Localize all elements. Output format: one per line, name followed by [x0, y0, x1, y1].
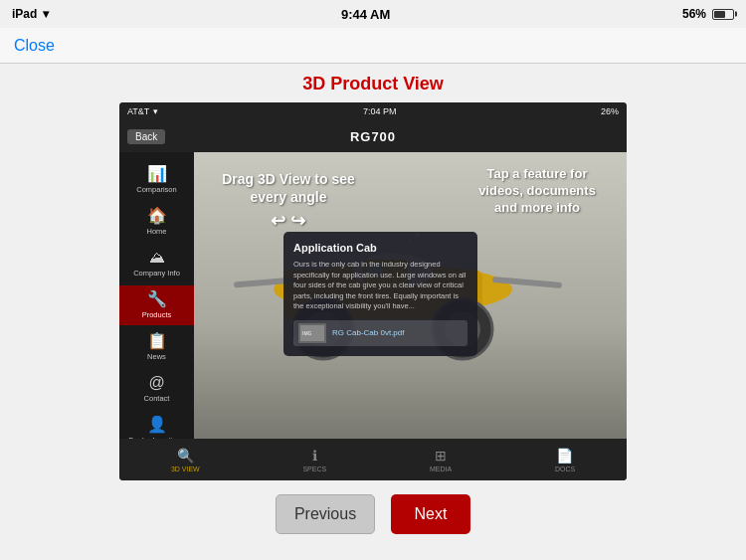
home-icon: 🏠	[147, 208, 167, 224]
inner-status-bar: AT&T ▾ 7:04 PM 26%	[119, 102, 627, 120]
status-bar: iPad ▾ 9:44 AM 56%	[0, 0, 746, 28]
battery-pct: 56%	[682, 7, 706, 21]
contact-icon: @	[148, 375, 164, 391]
products-icon: 🔧	[147, 291, 167, 307]
next-button[interactable]: Next	[391, 494, 470, 534]
tab-specs[interactable]: ℹ SPECS	[292, 444, 336, 476]
inner-sidebar: 📊 Comparison 🏠 Home ⛰ Company Info 🔧 Pro…	[119, 152, 194, 439]
sidebar-item-contact[interactable]: @ Contact	[119, 369, 194, 409]
inner-app-title: RG700	[350, 129, 396, 144]
svg-text:IMG: IMG	[302, 330, 312, 336]
inner-carrier: AT&T	[127, 106, 149, 116]
sidebar-label-home: Home	[146, 227, 166, 236]
page-title: 3D Product View	[0, 64, 746, 102]
inner-app-bar: Back RG700	[119, 120, 627, 152]
sidebar-item-comparison[interactable]: 📊 Comparison	[119, 160, 194, 200]
inner-content: Drag 3D View to see every angle ↩ ↪ Tap …	[194, 152, 627, 439]
status-right: 56%	[682, 7, 734, 21]
screenshot-container: AT&T ▾ 7:04 PM 26% Back RG700 📊 Comparis…	[119, 102, 627, 480]
tab-media[interactable]: ⊞ MEDIA	[420, 444, 462, 476]
pdf-link-text: RG Cab-Cab 0vt.pdf	[332, 328, 404, 337]
docs-icon: 📄	[556, 448, 573, 464]
status-left: iPad ▾	[12, 7, 49, 21]
nav-bar: Close	[0, 28, 746, 64]
3dview-icon: 🔍	[177, 448, 194, 464]
footer-nav: Previous Next	[0, 480, 746, 544]
popup-card: Application Cab Ours is the only cab in …	[283, 232, 477, 356]
tab-media-label: MEDIA	[430, 466, 452, 472]
tab-3dview[interactable]: 🔍 3D VIEW	[161, 444, 210, 476]
sidebar-item-company[interactable]: ⛰ Company Info	[119, 244, 194, 283]
comparison-icon: 📊	[147, 166, 167, 182]
sidebar-label-company: Company Info	[133, 269, 180, 278]
pdf-thumbnail: IMG	[298, 323, 326, 343]
popup-card-link[interactable]: IMG RG Cab-Cab 0vt.pdf	[293, 320, 467, 346]
tab-docs-label: DOCS	[555, 466, 575, 472]
dealer-icon: 👤	[147, 417, 167, 433]
sidebar-item-products[interactable]: 🔧 Products	[119, 285, 194, 325]
device-label: iPad	[12, 7, 37, 21]
sprayer-background: Drag 3D View to see every angle ↩ ↪ Tap …	[194, 152, 627, 439]
sidebar-label-products: Products	[142, 310, 172, 319]
company-icon: ⛰	[149, 250, 165, 266]
sidebar-item-dealer[interactable]: 👤 Dealer Locations	[119, 411, 194, 439]
popup-card-title: Application Cab	[293, 242, 467, 254]
sidebar-label-news: News	[147, 352, 166, 361]
tab-specs-label: SPECS	[302, 466, 326, 472]
inner-time: 7:04 PM	[363, 106, 397, 116]
inner-wifi-icon: ▾	[153, 106, 158, 116]
tab-3dview-label: 3D VIEW	[171, 466, 200, 472]
sidebar-item-home[interactable]: 🏠 Home	[119, 202, 194, 242]
close-button[interactable]: Close	[14, 37, 55, 55]
specs-icon: ℹ	[312, 448, 317, 464]
tab-docs[interactable]: 📄 DOCS	[545, 444, 585, 476]
back-button[interactable]: Back	[127, 129, 165, 144]
sidebar-label-comparison: Comparison	[136, 185, 176, 194]
battery-icon	[712, 9, 734, 20]
sidebar-item-news[interactable]: 📋 News	[119, 327, 194, 367]
media-icon: ⊞	[435, 448, 447, 464]
inner-battery-pct: 26%	[601, 106, 619, 116]
news-icon: 📋	[147, 333, 167, 349]
inner-main: 📊 Comparison 🏠 Home ⛰ Company Info 🔧 Pro…	[119, 152, 627, 439]
inner-bottom-tabs: 🔍 3D VIEW ℹ SPECS ⊞ MEDIA 📄 DOCS	[119, 439, 627, 480]
wifi-icon: ▾	[43, 7, 49, 21]
sidebar-label-contact: Contact	[144, 394, 170, 403]
status-time: 9:44 AM	[341, 7, 390, 22]
popup-card-body: Ours is the only cab in the industry des…	[293, 260, 467, 312]
previous-button[interactable]: Previous	[276, 494, 375, 534]
